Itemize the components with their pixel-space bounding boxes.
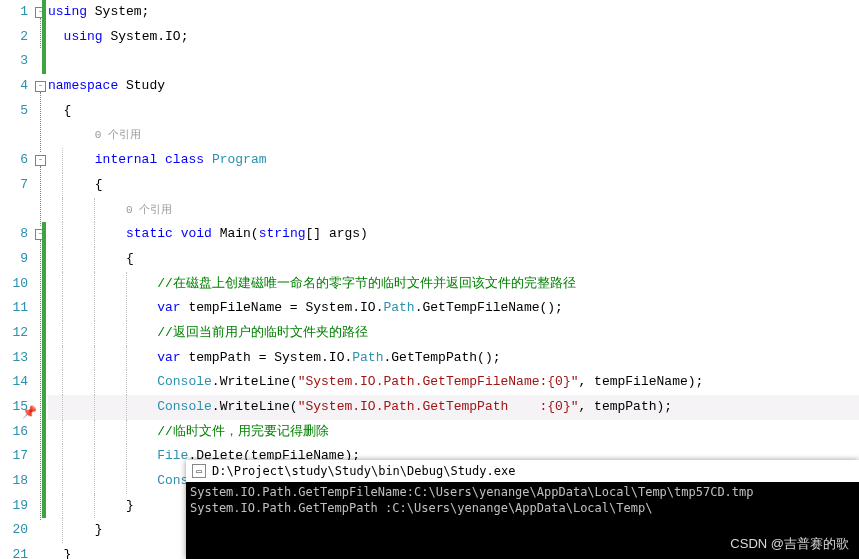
class-name: Program (212, 152, 267, 167)
string-literal: "System.IO.Path.GetTempPath :{0}" (298, 399, 579, 414)
code-line[interactable]: //在磁盘上创建磁唯一命名的零字节的临时文件并返回该文件的完整路径 (48, 272, 859, 297)
code-line[interactable]: var tempFileName = System.IO.Path.GetTem… (48, 296, 859, 321)
indent-guide (126, 272, 127, 297)
fold-guide (40, 166, 41, 226)
code-line[interactable]: using System; (48, 0, 859, 25)
fold-guide (40, 92, 41, 152)
codelens-line[interactable]: 0 个引用 (48, 198, 859, 223)
line-number: 12 (0, 321, 28, 346)
brace: } (64, 547, 72, 559)
change-marker (42, 494, 46, 519)
change-marker (42, 370, 46, 395)
codelens-text[interactable]: 0 个引用 (95, 129, 141, 141)
line-number: 20 (0, 518, 28, 543)
indent-guide (62, 444, 63, 469)
indent-guide (94, 494, 95, 519)
codelens-text[interactable]: 0 个引用 (126, 204, 172, 216)
keyword: using (64, 29, 103, 44)
fold-toggle-icon[interactable]: - (35, 81, 46, 92)
console-title-text: D:\Project\study\Study\bin\Debug\Study.e… (212, 460, 515, 482)
console-titlebar[interactable]: ▭ D:\Project\study\Study\bin\Debug\Study… (186, 460, 859, 482)
console-app-icon: ▭ (192, 464, 206, 478)
indent-guide (94, 469, 95, 494)
indent-guide (94, 247, 95, 272)
fold-toggle-icon[interactable]: - (35, 155, 46, 166)
change-marker (42, 272, 46, 297)
indent-guide (62, 272, 63, 297)
code-line[interactable]: { (48, 247, 859, 272)
indent-guide (126, 444, 127, 469)
code-line[interactable]: internal class Program (48, 148, 859, 173)
indent-guide (62, 173, 63, 198)
code-line[interactable]: { (48, 99, 859, 124)
indent-guide (126, 296, 127, 321)
codelens-line[interactable]: 0 个引用 (48, 123, 859, 148)
code-line[interactable]: namespace Study (48, 74, 859, 99)
code-text: [] args) (305, 226, 367, 241)
code-line[interactable]: { (48, 173, 859, 198)
class-name: Path (352, 350, 383, 365)
indent-guide (62, 247, 63, 272)
indent-guide (94, 222, 95, 247)
line-number: 5 (0, 99, 28, 124)
code-text: tempFileName = System.IO. (181, 300, 384, 315)
indent-guide (62, 518, 63, 543)
code-text: , tempFileName); (579, 374, 704, 389)
code-line[interactable]: //临时文件，用完要记得删除 (48, 420, 859, 445)
keyword: internal (95, 152, 157, 167)
brace: } (126, 498, 134, 513)
line-number: 8 (0, 222, 28, 247)
indent-guide (62, 296, 63, 321)
keyword: var (157, 350, 180, 365)
comment: //返回当前用户的临时文件夹的路径 (157, 325, 368, 340)
line-number: 7 (0, 173, 28, 198)
code-text: Main( (212, 226, 259, 241)
change-marker (42, 247, 46, 272)
console-line: System.IO.Path.GetTempFileName:C:\Users\… (190, 484, 855, 500)
change-marker (42, 469, 46, 494)
line-number: 4 (0, 74, 28, 99)
indent-guide (62, 198, 63, 223)
class-name: File (157, 448, 188, 463)
code-line[interactable]: using System.IO; (48, 25, 859, 50)
code-line[interactable]: //返回当前用户的临时文件夹的路径 (48, 321, 859, 346)
line-number-gutter: 1 2 3 4 5 6 7 8 9 10 11 12 13 14 15 16 1… (0, 0, 34, 559)
code-text: , tempPath); (579, 399, 673, 414)
code-text: System.IO; (103, 29, 189, 44)
code-line[interactable] (48, 49, 859, 74)
change-marker (42, 420, 46, 445)
indent-guide (62, 494, 63, 519)
string-literal: "System.IO.Path.GetTempFileName:{0}" (298, 374, 579, 389)
change-marker (42, 0, 46, 25)
code-line[interactable]: var tempPath = System.IO.Path.GetTempPat… (48, 346, 859, 371)
code-text: .GetTempPath(); (383, 350, 500, 365)
change-marker (42, 49, 46, 74)
line-number: 21 (0, 543, 28, 559)
comment: //在磁盘上创建磁唯一命名的零字节的临时文件并返回该文件的完整路径 (157, 276, 576, 291)
class-name: Console (157, 374, 212, 389)
console-window[interactable]: ▭ D:\Project\study\Study\bin\Debug\Study… (186, 460, 859, 559)
code-line[interactable]: static void Main(string[] args) (48, 222, 859, 247)
keyword: class (165, 152, 204, 167)
indent-guide (94, 272, 95, 297)
code-line[interactable]: Console.WriteLine("System.IO.Path.GetTem… (48, 370, 859, 395)
indent-guide (94, 198, 95, 223)
indent-guide (62, 469, 63, 494)
change-marker (42, 444, 46, 469)
indent-guide (94, 395, 95, 420)
keyword: using (48, 4, 87, 19)
change-marker (42, 25, 46, 50)
change-marker (42, 321, 46, 346)
console-output: System.IO.Path.GetTempFileName:C:\Users\… (186, 482, 859, 518)
watermark-text: CSDN @吉普赛的歌 (730, 535, 849, 553)
code-text: Study (118, 78, 165, 93)
indent-guide (62, 321, 63, 346)
keyword: namespace (48, 78, 118, 93)
indent-guide (94, 370, 95, 395)
code-text: .GetTempFileName(); (415, 300, 563, 315)
line-number: 17 (0, 444, 28, 469)
code-line-current[interactable]: 📌 Console.WriteLine("System.IO.Path.GetT… (48, 395, 859, 420)
indent-guide (126, 469, 127, 494)
brace: { (126, 251, 134, 266)
pin-icon[interactable]: 📌 (22, 401, 37, 426)
